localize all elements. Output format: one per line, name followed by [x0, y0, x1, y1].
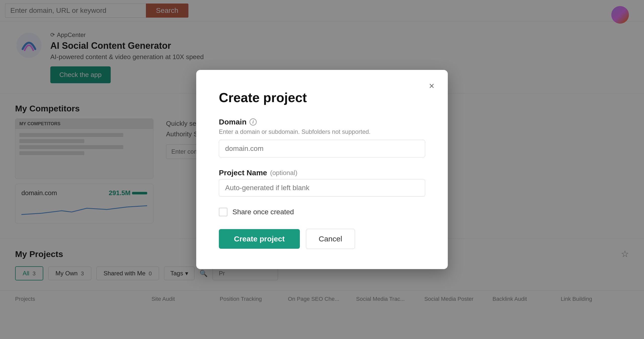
create-project-modal: × Create project Domain i Enter a domain… [196, 70, 448, 269]
create-project-button[interactable]: Create project [219, 229, 300, 249]
project-name-input[interactable] [219, 179, 425, 197]
modal-close-button[interactable]: × [425, 79, 439, 93]
modal-title: Create project [219, 90, 425, 105]
project-name-label: Project Name (optional) [219, 168, 425, 177]
domain-label: Domain i [219, 118, 425, 126]
domain-hint: Enter a domain or subdomain. Subfolders … [219, 128, 425, 135]
domain-form-group: Domain i Enter a domain or subdomain. Su… [219, 118, 425, 157]
share-checkbox[interactable] [219, 208, 227, 216]
modal-overlay: × Create project Domain i Enter a domain… [0, 0, 644, 339]
share-label: Share once created [232, 208, 294, 216]
domain-info-icon: i [250, 118, 257, 125]
domain-input[interactable] [219, 140, 425, 157]
project-name-form-group: Project Name (optional) [219, 168, 425, 197]
cancel-button[interactable]: Cancel [306, 229, 355, 249]
modal-actions: Create project Cancel [219, 229, 425, 249]
share-checkbox-row: Share once created [219, 208, 425, 216]
